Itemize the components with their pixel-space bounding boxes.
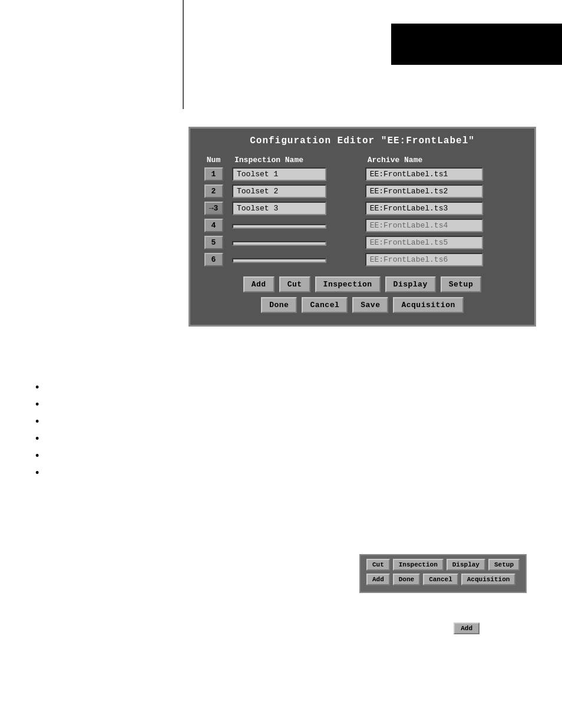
- bottom-add-button[interactable]: Add: [454, 622, 480, 634]
- bullet-item-2: •: [35, 397, 377, 411]
- mini-done-button[interactable]: Done: [393, 574, 420, 585]
- mini-inspection-button[interactable]: Inspection: [393, 559, 444, 571]
- vertical-line: [183, 0, 184, 109]
- row-num-button[interactable]: 2: [204, 185, 223, 198]
- row-name-field[interactable]: [232, 258, 326, 263]
- table-row: 1Toolset 1EE:FrontLabel.ts1: [197, 166, 527, 183]
- row-archive-cell: EE:FrontLabel.ts3: [363, 200, 527, 217]
- mini-cut-button[interactable]: Cut: [366, 559, 390, 571]
- col-header-inspection-name: Inspection Name: [230, 154, 363, 166]
- table-row: 5EE:FrontLabel.ts5: [197, 234, 527, 251]
- row-archive-field[interactable]: EE:FrontLabel.ts1: [365, 167, 483, 181]
- row-name-field[interactable]: Toolset 2: [232, 185, 326, 198]
- row-name-field[interactable]: [232, 241, 326, 246]
- row-archive-field[interactable]: EE:FrontLabel.ts5: [365, 236, 483, 249]
- row-archive-field[interactable]: EE:FrontLabel.ts2: [365, 185, 483, 198]
- add-btn-container: Add: [454, 622, 480, 634]
- bullet-dot-1: •: [35, 381, 39, 394]
- add-button[interactable]: Add: [243, 276, 275, 292]
- bullet-dot-6: •: [35, 467, 39, 479]
- bullet-dot-2: •: [35, 398, 39, 411]
- row-name-field[interactable]: Toolset 1: [232, 167, 326, 181]
- row-archive-field[interactable]: EE:FrontLabel.ts3: [365, 202, 483, 215]
- row-num-button[interactable]: 1: [204, 167, 223, 181]
- bullet-section: • • • • • •: [35, 380, 377, 483]
- row-num-button[interactable]: 4: [204, 219, 223, 232]
- row-num-cell: 6: [197, 251, 230, 268]
- row-name-field[interactable]: Toolset 3: [232, 202, 326, 215]
- mini-btn-row-2: Add Done Cancel Acquisition: [366, 574, 520, 585]
- row-name-cell: Toolset 1: [230, 166, 363, 183]
- row-num-button[interactable]: 5: [204, 236, 223, 249]
- mini-display-button[interactable]: Display: [447, 559, 485, 571]
- row-name-cell: Toolset 3: [230, 200, 363, 217]
- row-archive-cell: EE:FrontLabel.ts1: [363, 166, 527, 183]
- mini-add-button[interactable]: Add: [366, 574, 390, 585]
- row-num-button[interactable]: 6: [204, 253, 223, 266]
- setup-button[interactable]: Setup: [441, 276, 482, 292]
- table-row: 6EE:FrontLabel.ts6: [197, 251, 527, 268]
- bullet-item-4: •: [35, 431, 377, 445]
- bullet-dot-5: •: [35, 450, 39, 462]
- row-archive-cell: EE:FrontLabel.ts4: [363, 217, 527, 234]
- mini-acquisition-button[interactable]: Acquisition: [461, 574, 516, 585]
- bullet-dot-3: •: [35, 416, 39, 428]
- row-num-cell: 5: [197, 234, 230, 251]
- bullet-item-6: •: [35, 466, 377, 479]
- table-row: →3Toolset 3EE:FrontLabel.ts3: [197, 200, 527, 217]
- row-name-cell: [230, 234, 363, 251]
- cancel-button[interactable]: Cancel: [302, 297, 348, 313]
- row-num-cell: 4: [197, 217, 230, 234]
- table-row: 4EE:FrontLabel.ts4: [197, 217, 527, 234]
- display-button[interactable]: Display: [385, 276, 436, 292]
- row-archive-cell: EE:FrontLabel.ts2: [363, 183, 527, 200]
- bullet-item-5: •: [35, 449, 377, 462]
- row-name-cell: [230, 251, 363, 268]
- col-header-archive-name: Archive Name: [363, 154, 527, 166]
- config-table: Num Inspection Name Archive Name 1Toolse…: [197, 154, 527, 268]
- config-editor-title: Configuration Editor "EE:FrontLabel": [197, 136, 527, 146]
- button-row-2: Done Cancel Save Acquisition: [197, 297, 527, 313]
- row-archive-field[interactable]: EE:FrontLabel.ts6: [365, 253, 483, 266]
- top-black-bar: [391, 24, 562, 65]
- mini-panel: Cut Inspection Display Setup Add Done Ca…: [359, 554, 527, 593]
- row-num-cell: →3: [197, 200, 230, 217]
- mini-cancel-button[interactable]: Cancel: [423, 574, 458, 585]
- row-archive-cell: EE:FrontLabel.ts5: [363, 234, 527, 251]
- done-button[interactable]: Done: [261, 297, 297, 313]
- row-name-cell: Toolset 2: [230, 183, 363, 200]
- mini-setup-button[interactable]: Setup: [488, 559, 520, 571]
- row-archive-field[interactable]: EE:FrontLabel.ts4: [365, 219, 483, 232]
- save-button[interactable]: Save: [352, 297, 388, 313]
- row-num-button[interactable]: →3: [204, 202, 223, 215]
- inspection-button[interactable]: Inspection: [315, 276, 381, 292]
- bullet-item-1: •: [35, 380, 377, 394]
- row-num-cell: 1: [197, 166, 230, 183]
- bullet-item-3: •: [35, 414, 377, 428]
- row-num-cell: 2: [197, 183, 230, 200]
- row-name-cell: [230, 217, 363, 234]
- config-editor-panel: Configuration Editor "EE:FrontLabel" Num…: [189, 127, 536, 327]
- button-row-1: Add Cut Inspection Display Setup: [197, 276, 527, 292]
- col-header-num: Num: [197, 154, 230, 166]
- row-archive-cell: EE:FrontLabel.ts6: [363, 251, 527, 268]
- cut-button[interactable]: Cut: [279, 276, 310, 292]
- acquisition-button[interactable]: Acquisition: [393, 297, 463, 313]
- table-row: 2Toolset 2EE:FrontLabel.ts2: [197, 183, 527, 200]
- row-name-field[interactable]: [232, 224, 326, 229]
- mini-btn-row-1: Cut Inspection Display Setup: [366, 559, 520, 571]
- bullet-dot-4: •: [35, 433, 39, 445]
